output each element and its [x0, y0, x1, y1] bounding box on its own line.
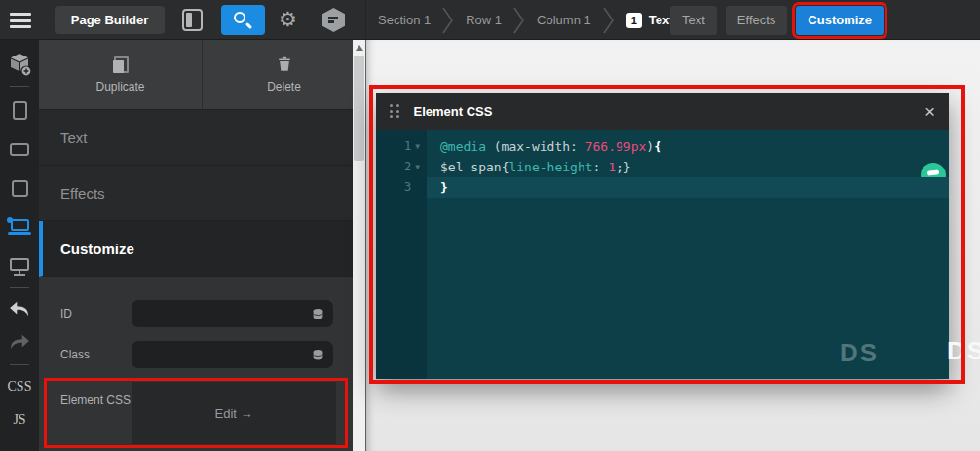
class-field[interactable]: [132, 341, 333, 368]
line-number: 3▼: [376, 177, 427, 198]
class-field-label: Class: [39, 348, 132, 361]
duplicate-label: Duplicate: [95, 80, 144, 94]
element-css-label: Element CSS: [39, 394, 132, 407]
modal-header[interactable]: Element CSS ×: [376, 93, 949, 130]
customize-fields: ID Class Element CSS Edit →: [39, 277, 365, 451]
breadcrumb-module[interactable]: 1 Text: [626, 13, 674, 28]
code-token: @media: [440, 139, 486, 154]
code-lines: 1▼@media (max-width: 766.99px){2▼$el spa…: [376, 130, 949, 198]
line-number: 1▼: [376, 136, 427, 157]
code-line[interactable]: 2▼$el span{line-height: 1;}: [376, 157, 949, 177]
page-builder-app: Page Builder ⚙ Section 1 Row 1 Column 1 …: [0, 0, 980, 451]
id-field[interactable]: [132, 300, 333, 327]
scroll-up-icon[interactable]: [356, 45, 363, 51]
code-text[interactable]: }: [427, 177, 949, 198]
search-button[interactable]: [221, 5, 265, 35]
breadcrumb: Section 1 Row 1 Column 1 1 Text: [378, 0, 673, 40]
duplicate-icon: [113, 56, 129, 73]
chevron-right-icon: [603, 6, 615, 35]
line-number: 2▼: [376, 157, 427, 177]
accordion-sections: Text Effects Customize: [39, 110, 365, 277]
close-icon[interactable]: ×: [924, 102, 935, 121]
code-line[interactable]: 3▼}: [376, 177, 949, 198]
code-token: $el span: [440, 160, 502, 174]
module-active-icon[interactable]: [7, 217, 32, 235]
module-actions: Duplicate Delete: [39, 40, 365, 110]
element-css-edit-button[interactable]: Edit →: [132, 382, 336, 444]
module-tabs: Text Effects Customize: [670, 5, 884, 35]
desktop-preview-icon[interactable]: [9, 258, 30, 277]
breadcrumb-section[interactable]: Section 1: [378, 13, 431, 27]
breadcrumb-column[interactable]: Column 1: [537, 13, 591, 27]
tab-customize[interactable]: Customize: [796, 6, 884, 35]
breadcrumb-row[interactable]: Row 1: [466, 13, 502, 27]
code-token: 766.99px: [585, 139, 647, 154]
code-token: ): [646, 139, 654, 154]
code-token: }: [440, 180, 448, 195]
sidebar-layout-icon[interactable]: [182, 9, 203, 31]
code-token: ;}: [616, 160, 631, 174]
code-text[interactable]: @media (max-width: 766.99px){: [427, 136, 949, 157]
tab-text[interactable]: Text: [670, 6, 717, 35]
css-code-editor[interactable]: 1▼@media (max-width: 766.99px){2▼$el spa…: [376, 130, 949, 379]
add-module-icon[interactable]: [7, 52, 32, 77]
trash-icon: [276, 56, 293, 73]
column-icon[interactable]: [12, 180, 28, 197]
id-field-label: ID: [39, 307, 132, 320]
delete-label: Delete: [267, 80, 301, 94]
chevron-right-icon: [513, 6, 525, 35]
element-css-modal: Element CSS × 1▼@media (max-width: 766.9…: [376, 93, 949, 379]
menu-icon[interactable]: [10, 13, 31, 28]
module-count-badge: 1: [626, 13, 642, 28]
code-token: :: [593, 160, 609, 174]
database-icon: [312, 308, 324, 320]
section-effects[interactable]: Effects: [39, 166, 365, 221]
tab-effects[interactable]: Effects: [726, 6, 788, 35]
options-panel: Duplicate Delete Text Effects Customize …: [39, 40, 365, 451]
left-icon-rail: CSS JS: [0, 40, 39, 451]
section-text[interactable]: Text: [39, 110, 365, 166]
code-token: (max-width:: [486, 139, 585, 154]
drag-dots-icon[interactable]: [390, 104, 399, 118]
redo-icon[interactable]: [9, 333, 30, 351]
section-icon[interactable]: [13, 101, 27, 120]
search-icon: [234, 12, 245, 23]
hexagon-logo-icon[interactable]: [322, 8, 345, 32]
code-token: {: [654, 139, 661, 154]
custom-css-button[interactable]: CSS: [8, 379, 32, 395]
delete-button[interactable]: Delete: [202, 40, 365, 109]
toolbar-separator: [365, 0, 366, 40]
scrollbar-thumb[interactable]: [354, 56, 364, 161]
page-builder-button[interactable]: Page Builder: [55, 6, 165, 34]
rail-divider: [10, 287, 29, 288]
panel-scrollbar[interactable]: [353, 40, 365, 451]
modal-title: Element CSS: [414, 104, 493, 119]
code-token: line-height: [509, 160, 592, 174]
rail-divider: [10, 86, 29, 87]
code-token: 1: [608, 160, 616, 174]
undo-icon[interactable]: [9, 300, 30, 318]
code-text[interactable]: $el span{line-height: 1;}: [427, 157, 949, 177]
duplicate-button[interactable]: Duplicate: [39, 40, 202, 109]
section-customize[interactable]: Customize: [39, 221, 365, 277]
chevron-right-icon: [442, 6, 454, 35]
custom-js-button[interactable]: JS: [13, 412, 25, 428]
gear-icon[interactable]: ⚙: [279, 7, 297, 32]
row-icon[interactable]: [10, 143, 29, 156]
database-icon: [312, 349, 324, 361]
rail-divider: [10, 364, 29, 365]
code-line[interactable]: 1▼@media (max-width: 766.99px){: [376, 136, 949, 157]
